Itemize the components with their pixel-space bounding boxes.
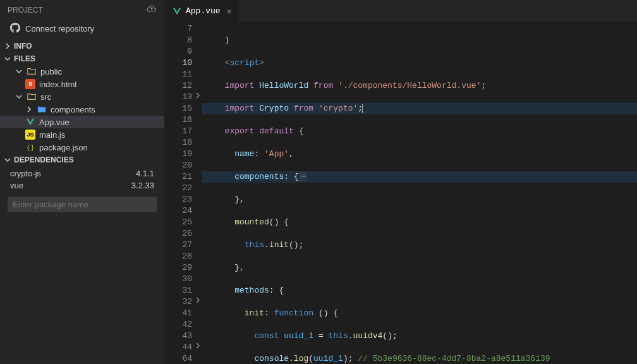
folder-src[interactable]: src (0, 90, 164, 103)
chevron-right-icon (4, 42, 11, 50)
tab-label: App.vue (186, 6, 221, 16)
fold-chevron-icon[interactable] (195, 342, 201, 353)
file-label: package.json (39, 143, 88, 152)
dep-item[interactable]: crypto-js 4.1.1 (8, 167, 157, 179)
json-icon: { } (25, 142, 35, 152)
fold-chevron-icon[interactable] (195, 92, 201, 103)
connect-repo-label: Connect repository (25, 24, 94, 33)
close-icon[interactable]: ✕ (227, 6, 232, 16)
file-index-html[interactable]: 5 index.html (0, 78, 164, 90)
dep-name: vue (10, 181, 23, 190)
folder-components[interactable]: components (0, 103, 164, 116)
folder-label: public (40, 67, 62, 76)
folder-label: src (40, 92, 51, 102)
dependencies-section[interactable]: DEPENDENCIES (0, 154, 164, 166)
package-input[interactable] (8, 197, 157, 212)
chevron-down-icon (15, 93, 23, 100)
file-label: App.vue (39, 118, 70, 127)
folder-label: components (51, 105, 95, 114)
js-icon: JS (25, 130, 35, 140)
info-section[interactable]: INFO (0, 40, 164, 52)
chevron-down-icon (15, 68, 23, 75)
dep-version: 4.1.1 (136, 169, 154, 178)
folder-icon (37, 104, 47, 114)
connect-repository[interactable]: Connect repository (0, 20, 164, 40)
vue-icon (172, 6, 182, 16)
html-icon: 5 (25, 79, 35, 89)
gutter: 7891011121315161718192021222324252627282… (164, 22, 202, 364)
folder-icon (27, 92, 37, 102)
file-label: index.html (39, 80, 76, 89)
project-label: PROJECT (8, 6, 43, 15)
vue-icon (25, 117, 35, 127)
file-label: main.js (39, 130, 65, 140)
file-app-vue[interactable]: App.vue (0, 116, 164, 128)
chevron-right-icon (25, 106, 33, 113)
chevron-down-icon (4, 55, 11, 63)
fold-chevron-icon[interactable] (195, 296, 201, 308)
deps-label: DEPENDENCIES (14, 155, 74, 164)
files-section[interactable]: FILES (0, 52, 164, 65)
tab-bar: App.vue ✕ (164, 0, 637, 22)
project-header: PROJECT (0, 0, 164, 20)
files-label: FILES (14, 54, 35, 63)
dep-item[interactable]: vue 3.2.33 (8, 179, 157, 191)
sidebar: PROJECT Connect repository INFO FILES (0, 0, 164, 364)
github-icon (10, 23, 20, 35)
cloud-icon[interactable] (147, 4, 157, 16)
chevron-down-icon (4, 156, 11, 164)
tab-app-vue[interactable]: App.vue ✕ (164, 0, 240, 22)
folder-public[interactable]: public (0, 65, 164, 78)
deps-list: crypto-js 4.1.1 vue 3.2.33 (0, 166, 164, 193)
file-main-js[interactable]: JS main.js (0, 128, 164, 141)
folder-icon (27, 66, 37, 76)
editor: App.vue ✕ 789101112131516171819202122232… (164, 0, 637, 364)
code-content[interactable]: ) <script> import HelloWorld from './com… (202, 22, 637, 364)
info-label: INFO (14, 42, 32, 51)
dep-version: 3.2.33 (131, 181, 154, 190)
dep-name: crypto-js (10, 169, 41, 178)
code-area[interactable]: 7891011121315161718192021222324252627282… (164, 22, 637, 364)
file-package-json[interactable]: { } package.json (0, 141, 164, 154)
